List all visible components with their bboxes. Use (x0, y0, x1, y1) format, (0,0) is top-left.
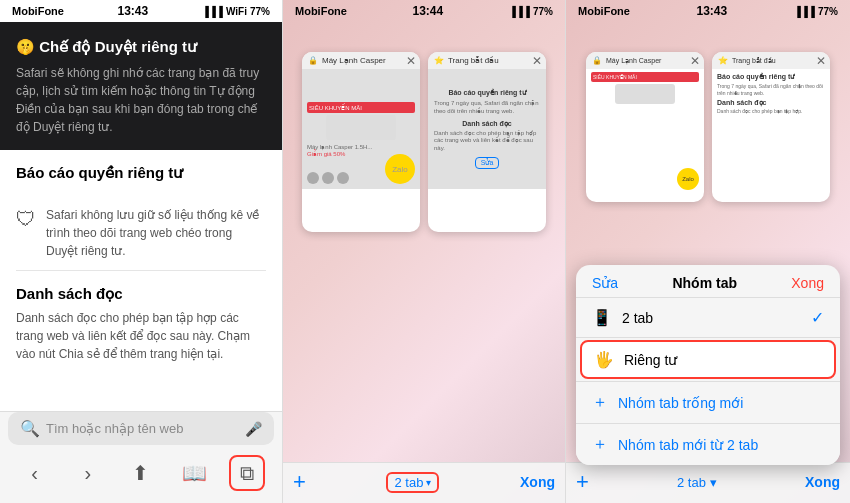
time-2: 13:44 (412, 4, 443, 18)
add-tab-button-3[interactable]: + (576, 469, 589, 495)
panel-private-browsing: MobiFone 13:43 ▐▐▐ WiFi 77% 🤫 Chế độ Duy… (0, 0, 283, 503)
status-icons-2: ▐▐▐ 77% (509, 6, 553, 17)
panel-tab-switcher: MobiFone 13:44 ▐▐▐ 77% 🔒 Máy Lạnh Casper… (283, 0, 566, 503)
signal-icon-3: ▐▐▐ (794, 6, 815, 17)
add-icon-2: ＋ (592, 434, 608, 455)
tab-close-1[interactable]: ✕ (406, 54, 416, 68)
dropdown-item-2tab[interactable]: 📱 2 tab ✓ (576, 298, 840, 337)
tab-card-4-header: ⭐ Trang bắt đầu (712, 52, 830, 69)
status-icons-3: ▐▐▐ 77% (794, 6, 838, 17)
tab-favicon-1: 🔒 (308, 56, 318, 65)
status-bar-1: MobiFone 13:43 ▐▐▐ WiFi 77% (0, 0, 282, 22)
dropdown-item-label-0: 2 tab (622, 310, 653, 326)
banner-title: 🤫 Chế độ Duyệt riêng tư (16, 38, 266, 56)
tab-count-box[interactable]: 2 tab ▾ (386, 472, 439, 493)
carrier-2: MobiFone (295, 5, 347, 17)
toolbar-icons: ‹ › ⬆ 📖 ⧉ (8, 451, 274, 495)
status-icons-1: ▐▐▐ WiFi 77% (202, 6, 270, 17)
done-button-2[interactable]: Xong (520, 474, 555, 490)
tab-favicon-2: ⭐ (434, 56, 444, 65)
tab-favicon-4: ⭐ (718, 56, 728, 65)
wifi-icon: WiFi (226, 6, 247, 17)
dropdown-item-new-empty[interactable]: ＋ Nhóm tab trống mới (576, 382, 840, 423)
search-icon-1: 🔍 (20, 419, 40, 438)
status-bar-2: MobiFone 13:44 ▐▐▐ 77% (283, 0, 565, 22)
tab-cards-area: 🔒 Máy Lạnh Casper ✕ SIÊU KHUYẾN MÃI Máy … (283, 22, 565, 242)
share-button[interactable]: ⬆ (123, 455, 159, 491)
tab-card-4[interactable]: ⭐ Trang bắt đầu ✕ Báo cáo quyền riêng tư… (712, 52, 830, 202)
tab-group-dropdown: Sửa Nhóm tab Xong 📱 2 tab ✓ 🖐 Riêng tư ＋… (576, 265, 840, 465)
tabs-button[interactable]: ⧉ (229, 455, 265, 491)
private-mode-banner: 🤫 Chế độ Duyệt riêng tư Safari sẽ không … (0, 22, 282, 150)
chevron-down-icon: ▾ (426, 477, 431, 488)
checkmark-icon: ✓ (811, 308, 824, 327)
tab-title-4: Trang bắt đầu (732, 57, 776, 65)
reading-list-section: Danh sách đọc Danh sách đọc cho phép bạn… (0, 271, 282, 371)
tab-card-1-header: 🔒 Máy Lạnh Casper (302, 52, 420, 69)
tab-title-2: Trang bắt đầu (448, 56, 499, 65)
privacy-report-title: Báo cáo quyền riêng tư (16, 164, 266, 182)
tab-img-2: Báo cáo quyền riêng tư Trong 7 ngày qua,… (428, 69, 546, 189)
phone-icon: 📱 (592, 308, 612, 327)
tab-card-3[interactable]: 🔒 Máy Lạnh Casper ✕ SIÊU KHUYẾN MÃI Zalo (586, 52, 704, 202)
dropdown-done-button[interactable]: Xong (791, 275, 824, 291)
panel3-tab-cards: 🔒 Máy Lạnh Casper ✕ SIÊU KHUYẾN MÃI Zalo… (566, 22, 850, 212)
tab-img-1: SIÊU KHUYẾN MÃI Máy lạnh Casper 1.5H... … (302, 69, 420, 189)
dropdown-edit-button[interactable]: Sửa (592, 275, 618, 291)
search-bar[interactable]: 🔍 Tìm hoặc nhập tên web 🎤 (8, 412, 274, 445)
panel3-bottom-bar: + 2 tab ▾ Xong (566, 462, 850, 503)
dropdown-title: Nhóm tab (672, 275, 737, 291)
dropdown-item-label-1: Riêng tư (624, 352, 677, 368)
bottom-toolbar-1: 🔍 Tìm hoặc nhập tên web 🎤 ‹ › ⬆ 📖 ⧉ (0, 411, 282, 503)
time-3: 13:43 (696, 4, 727, 18)
dropdown-item-new-from-2[interactable]: ＋ Nhóm tab mới từ 2 tab (576, 424, 840, 465)
chevron-down-icon-3: ▾ (710, 475, 717, 490)
search-placeholder: Tìm hoặc nhập tên web (46, 421, 239, 436)
status-bar-3: MobiFone 13:43 ▐▐▐ 77% (566, 0, 850, 22)
tab-count-label: 2 tab (394, 475, 423, 490)
tab-close-2[interactable]: ✕ (532, 54, 542, 68)
forward-button[interactable]: › (70, 455, 106, 491)
add-tab-button[interactable]: + (293, 469, 306, 495)
tab-card-1[interactable]: 🔒 Máy Lạnh Casper ✕ SIÊU KHUYẾN MÃI Máy … (302, 52, 420, 232)
signal-icon: ▐▐▐ (202, 6, 223, 17)
tab-card-3-header: 🔒 Máy Lạnh Casper (586, 52, 704, 69)
battery-3: 77% (818, 6, 838, 17)
done-button-3[interactable]: Xong (805, 474, 840, 490)
reading-list-title: Danh sách đọc (16, 285, 266, 303)
banner-text: Safari sẽ không ghi nhớ các trang bạn đã… (16, 64, 266, 136)
battery-1: 77% (250, 6, 270, 17)
panel-tab-group: MobiFone 13:43 ▐▐▐ 77% 🔒 Máy Lạnh Casper… (566, 0, 850, 503)
dropdown-item-label-2: Nhóm tab trống mới (618, 395, 743, 411)
tab-count-label-3: 2 tab (677, 475, 706, 490)
tab-card-2[interactable]: ⭐ Trang bắt đầu ✕ Báo cáo quyền riêng tư… (428, 52, 546, 232)
carrier-3: MobiFone (578, 5, 630, 17)
shield-row: 🛡 Safari không lưu giữ số liệu thống kê … (0, 196, 282, 270)
tab-card-2-header: ⭐ Trang bắt đầu (428, 52, 546, 69)
tab-close-4[interactable]: ✕ (816, 54, 826, 68)
tab-title-1: Máy Lạnh Casper (322, 56, 386, 65)
carrier-1: MobiFone (12, 5, 64, 17)
privacy-report-text: Safari không lưu giữ số liệu thống kê về… (46, 206, 266, 260)
dropdown-divider-2 (576, 337, 840, 338)
battery-2: 77% (533, 6, 553, 17)
dropdown-item-label-3: Nhóm tab mới từ 2 tab (618, 437, 758, 453)
tab-title-3: Máy Lạnh Casper (606, 57, 661, 65)
dropdown-header: Sửa Nhóm tab Xong (576, 265, 840, 297)
time-1: 13:43 (117, 4, 148, 18)
tab-favicon-3: 🔒 (592, 56, 602, 65)
add-icon-1: ＋ (592, 392, 608, 413)
mic-icon: 🎤 (245, 421, 262, 437)
dropdown-item-private[interactable]: 🖐 Riêng tư (580, 340, 836, 379)
signal-icon-2: ▐▐▐ (509, 6, 530, 17)
hand-icon: 🖐 (594, 350, 614, 369)
panel2-bottom-bar: + 2 tab ▾ Xong (283, 462, 565, 503)
reading-list-text: Danh sách đọc cho phép bạn tập hợp các t… (16, 309, 266, 363)
bookmarks-button[interactable]: 📖 (176, 455, 212, 491)
privacy-report-section: Báo cáo quyền riêng tư (0, 150, 282, 196)
back-button[interactable]: ‹ (17, 455, 53, 491)
tab-count-display[interactable]: 2 tab ▾ (386, 472, 439, 493)
tab-close-3[interactable]: ✕ (690, 54, 700, 68)
tab-count-display-3[interactable]: 2 tab ▾ (677, 475, 717, 490)
shield-icon: 🛡 (16, 208, 36, 231)
